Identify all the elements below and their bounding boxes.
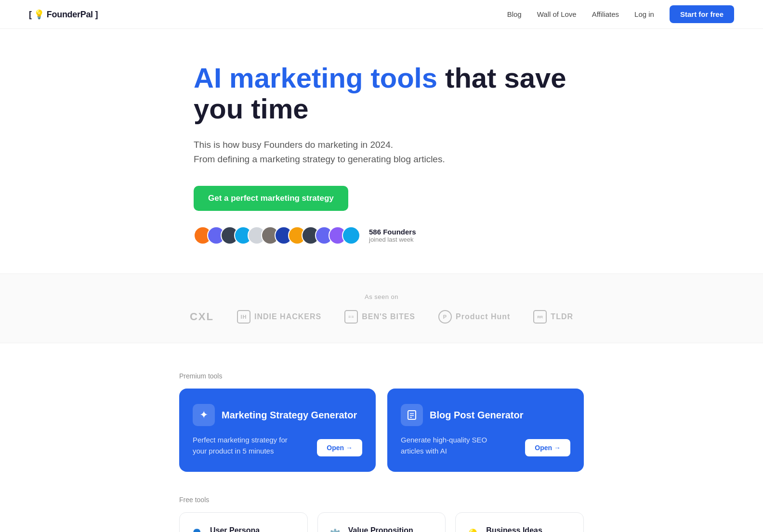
marketing-strategy-header: ✦ Marketing Strategy Generator: [193, 404, 362, 426]
avatars-stack: [194, 226, 360, 245]
cta-button[interactable]: Get a perfect marketing strategy: [194, 186, 348, 211]
logo[interactable]: [ 💡 FounderPal ]: [29, 9, 98, 20]
as-seen-label: As seen on: [29, 293, 734, 300]
blog-post-header: Blog Post Generator: [401, 404, 570, 426]
hero-subtitle-line2: From defining a marketing strategy to ge…: [194, 154, 445, 164]
value-proposition-icon: ⚙️: [329, 529, 342, 532]
indie-hackers-icon: IH: [237, 310, 250, 324]
founders-count: 586 Founders: [369, 228, 416, 236]
tldr-icon: RR: [533, 310, 547, 324]
blog-post-title: Blog Post Generator: [430, 410, 523, 421]
marketing-strategy-desc: Perfect marketing strategy for your prod…: [193, 435, 289, 456]
blog-post-icon: [401, 404, 423, 426]
logo-cxl: CXL: [190, 311, 214, 323]
cxl-text: CXL: [190, 311, 214, 323]
user-persona-card[interactable]: 👤 User Persona Generator: [179, 512, 308, 532]
business-ideas-title: Business Ideas Generator: [486, 526, 573, 532]
premium-tools-label: Premium tools: [179, 372, 584, 380]
start-for-free-button[interactable]: Start for free: [670, 5, 734, 23]
founders-sub: joined last week: [369, 236, 416, 243]
marketing-strategy-body: Perfect marketing strategy for your prod…: [193, 435, 362, 456]
avatar-item: [342, 226, 360, 245]
value-proposition-title: Value Proposition Generator: [348, 526, 435, 532]
avatar-info: 586 Founders joined last week: [369, 228, 416, 243]
hero-subtitle-line1: This is how busy Founders do marketing i…: [194, 140, 393, 150]
premium-tools-grid: ✦ Marketing Strategy Generator Perfect m…: [179, 389, 584, 472]
value-proposition-card[interactable]: ⚙️ Value Proposition Generator: [317, 512, 446, 532]
svg-rect-0: [408, 411, 416, 419]
blog-post-open-button[interactable]: Open →: [525, 439, 570, 456]
user-persona-icon: 👤: [190, 529, 203, 532]
user-persona-title: User Persona Generator: [210, 526, 297, 532]
blog-post-card: Blog Post Generator Generate high-qualit…: [387, 389, 584, 472]
logo-bens-bites: ≡≡ BEN'S BITES: [344, 310, 415, 324]
tools-section: Premium tools ✦ Marketing Strategy Gener…: [150, 372, 613, 532]
product-hunt-icon: P: [438, 310, 452, 324]
avatars-row: 586 Founders joined last week: [194, 226, 569, 245]
product-hunt-text: Product Hunt: [456, 312, 510, 321]
logo-product-hunt: P Product Hunt: [438, 310, 510, 324]
hero-title: AI marketing tools that save you time: [194, 63, 569, 124]
navbar: [ 💡 FounderPal ] Blog Wall of Love Affil…: [0, 0, 763, 29]
bens-bites-text: BEN'S BITES: [362, 312, 415, 321]
hero-section: AI marketing tools that save you time Th…: [165, 63, 598, 245]
business-ideas-icon: 💡: [466, 529, 479, 532]
hero-title-blue: AI marketing tools: [194, 62, 437, 93]
marketing-strategy-title: Marketing Strategy Generator: [222, 410, 357, 421]
logo-indie-hackers: IH INDIE HACKERS: [237, 310, 321, 324]
login-link[interactable]: Log in: [634, 10, 654, 18]
wall-of-love-link[interactable]: Wall of Love: [537, 10, 577, 18]
blog-post-body: Generate high-quality SEO articles with …: [401, 435, 570, 456]
blog-post-desc: Generate high-quality SEO articles with …: [401, 435, 497, 456]
logo-tldr: RR TLDR: [533, 310, 573, 324]
marketing-strategy-open-button[interactable]: Open →: [317, 439, 362, 456]
marketing-strategy-card: ✦ Marketing Strategy Generator Perfect m…: [179, 389, 376, 472]
hero-subtitle: This is how busy Founders do marketing i…: [194, 138, 569, 167]
indie-hackers-text: INDIE HACKERS: [254, 312, 321, 321]
blog-link[interactable]: Blog: [507, 10, 522, 18]
nav-links: Blog Wall of Love Affiliates Log in Star…: [507, 5, 734, 23]
logos-row: CXL IH INDIE HACKERS ≡≡ BEN'S BITES P Pr…: [29, 310, 734, 324]
free-tools-label: Free tools: [179, 496, 584, 504]
free-tools-grid: 👤 User Persona Generator ⚙️ Value Propos…: [179, 512, 584, 532]
as-seen-section: As seen on CXL IH INDIE HACKERS ≡≡ BEN'S…: [0, 273, 763, 343]
tldr-text: TLDR: [551, 312, 573, 321]
marketing-strategy-icon: ✦: [193, 404, 215, 426]
affiliates-link[interactable]: Affiliates: [592, 10, 619, 18]
bens-bites-icon: ≡≡: [344, 310, 358, 324]
business-ideas-card[interactable]: 💡 Business Ideas Generator: [455, 512, 584, 532]
